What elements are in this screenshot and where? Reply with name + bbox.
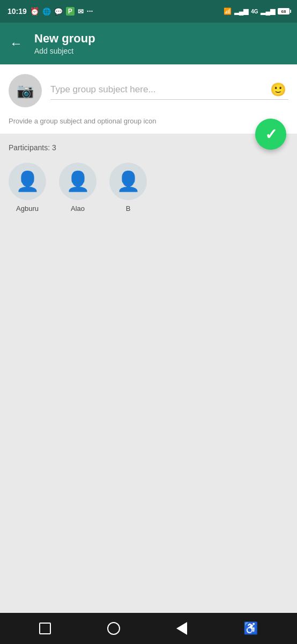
group-icon-picker[interactable]: 📷 xyxy=(9,74,42,107)
group-subject-input[interactable] xyxy=(50,84,264,95)
messenger-icon: 💬 xyxy=(54,8,63,16)
facebook-icon: 🌐 xyxy=(42,8,51,16)
4g-icon: 4G xyxy=(251,9,258,14)
person-icon: 👤 xyxy=(66,172,90,191)
participants-label: Participants: 3 xyxy=(9,143,288,152)
list-item[interactable]: 👤 Agburu xyxy=(9,163,46,213)
accessibility-icon: ♿ xyxy=(243,621,258,635)
recent-apps-button[interactable] xyxy=(35,618,55,639)
page-title: New group xyxy=(34,32,95,46)
status-bar-left: 10:19 ⏰ 🌐 💬 P ✉ ··· xyxy=(8,7,93,16)
person-icon: 👤 xyxy=(16,172,40,191)
participants-section: Participants: 3 👤 Agburu 👤 Alao 👤 B xyxy=(0,134,297,613)
nav-bar: ♿ xyxy=(0,613,297,644)
participant-name: B xyxy=(126,204,131,213)
avatar: 👤 xyxy=(59,163,96,200)
signal-icon: ▂▄▆ xyxy=(234,8,249,15)
avatar: 👤 xyxy=(9,163,46,200)
page-subtitle: Add subject xyxy=(34,47,95,55)
camera-icon: 📷 xyxy=(17,83,34,99)
back-nav-icon xyxy=(176,622,187,635)
status-bar-right: 📶 ▂▄▆ 4G ▂▄▆ 68 xyxy=(224,8,289,15)
status-time: 10:19 xyxy=(8,7,27,16)
email-icon: ✉ xyxy=(78,8,84,16)
participants-list: 👤 Agburu 👤 Alao 👤 B xyxy=(9,163,288,213)
back-nav-button[interactable] xyxy=(172,618,191,639)
app-bar-title: New group Add subject xyxy=(34,32,95,55)
home-button[interactable] xyxy=(103,618,124,639)
accessibility-button[interactable]: ♿ xyxy=(239,617,262,640)
subject-input-wrap: 🙂 xyxy=(50,82,288,100)
hint-text: Provide a group subject and optional gro… xyxy=(0,113,297,134)
avatar: 👤 xyxy=(109,163,147,200)
home-icon xyxy=(107,622,120,635)
app-bar: ← New group Add subject xyxy=(0,23,297,64)
alarm-icon: ⏰ xyxy=(30,7,39,16)
parking-icon: P xyxy=(66,7,75,16)
list-item[interactable]: 👤 B xyxy=(109,163,147,213)
person-icon: 👤 xyxy=(116,172,140,191)
confirm-fab[interactable]: ✓ xyxy=(255,119,286,150)
signal2-icon: ▂▄▆ xyxy=(261,8,275,15)
emoji-button[interactable]: 🙂 xyxy=(268,82,288,97)
more-icon: ··· xyxy=(87,7,93,16)
checkmark-icon: ✓ xyxy=(265,126,277,143)
battery-icon: 68 xyxy=(278,8,289,14)
subject-area: 📷 🙂 xyxy=(0,64,297,113)
back-button[interactable]: ← xyxy=(8,36,25,51)
participant-name: Agburu xyxy=(16,204,39,213)
participant-name: Alao xyxy=(71,204,85,213)
list-item[interactable]: 👤 Alao xyxy=(59,163,96,213)
wifi-icon: 📶 xyxy=(224,8,232,15)
status-bar: 10:19 ⏰ 🌐 💬 P ✉ ··· 📶 ▂▄▆ 4G ▂▄▆ 68 xyxy=(0,0,297,23)
recent-apps-icon xyxy=(39,623,51,634)
